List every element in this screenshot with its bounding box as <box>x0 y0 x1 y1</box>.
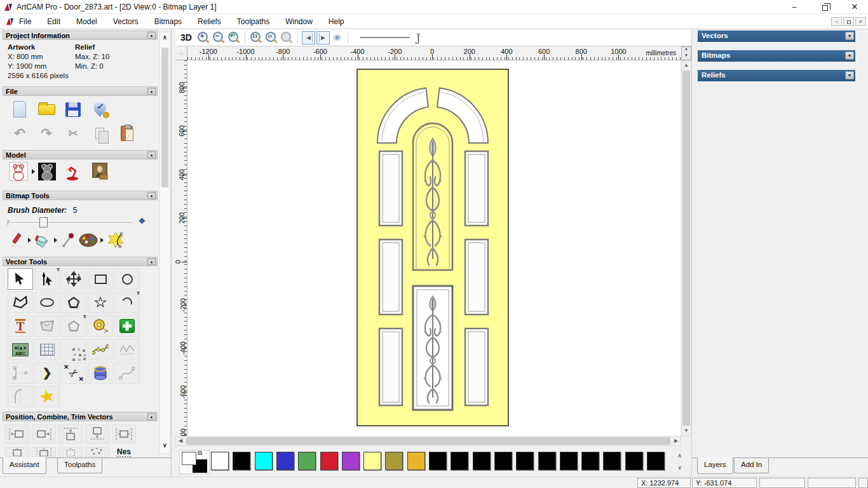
menu-reliefs[interactable]: Reliefs <box>196 16 222 27</box>
block-copy-rotate-tool[interactable] <box>85 447 109 457</box>
extrude-tool[interactable] <box>88 362 113 384</box>
canvas-horizontal-scrollbar[interactable]: ◀ ▶ <box>175 436 681 446</box>
previous-bitmap-layer-button[interactable]: ◄ <box>302 31 315 44</box>
palette-swatch-20[interactable] <box>647 452 665 470</box>
center-in-box-tool[interactable] <box>32 447 56 457</box>
flyout-arrow-icon[interactable] <box>28 238 31 243</box>
scrollbar-thumb[interactable] <box>161 48 168 187</box>
align-bottom-tool[interactable] <box>85 424 109 444</box>
create-arc-tool[interactable]: Ŧ <box>114 292 140 313</box>
transform-vectors-tool[interactable] <box>61 268 86 290</box>
palette-scroll-down[interactable]: ∨ <box>675 463 684 473</box>
palette-scroll-up[interactable]: ∧ <box>675 451 684 461</box>
create-star-tool[interactable] <box>88 292 113 313</box>
flyout-arrow-icon[interactable] <box>32 169 35 174</box>
menu-model[interactable]: Model <box>75 16 98 27</box>
tab-toolpaths[interactable]: Toolpaths <box>57 458 102 473</box>
bitmap-to-vector-button[interactable] <box>105 230 126 250</box>
restore-button[interactable] <box>815 2 834 12</box>
align-left-tool[interactable] <box>5 424 29 444</box>
palette-swatch-16[interactable] <box>560 452 578 470</box>
scrollbar-thumb[interactable] <box>682 71 690 426</box>
fit-spline-tool[interactable] <box>114 362 140 384</box>
flood-fill-button[interactable] <box>32 230 53 250</box>
tab-assistant[interactable]: Assistant <box>3 458 46 474</box>
create-circle-tool[interactable] <box>114 268 140 290</box>
ruler-units-dropdown[interactable]: ▼▼ <box>681 46 691 60</box>
cut-button[interactable]: ✂ <box>62 123 84 144</box>
menu-vectors[interactable]: Vectors <box>112 16 140 27</box>
palette-swatch-18[interactable] <box>603 452 621 470</box>
flyout-arrow-icon[interactable] <box>54 238 57 243</box>
select-vectors-tool[interactable] <box>8 268 33 290</box>
collapse-arrow-icon[interactable]: ▲ <box>147 151 156 158</box>
scroll-right-arrow[interactable]: ▶ <box>672 437 681 445</box>
palette-swatch-9[interactable] <box>407 452 425 470</box>
create-ellipse-tool[interactable] <box>34 292 60 313</box>
redo-button[interactable]: ↷ <box>36 123 57 144</box>
new-model-button[interactable] <box>9 99 31 119</box>
section-position-combine-trim[interactable]: Position, Combine, Trim Vectors ▲ <box>3 412 158 421</box>
paste-array-tool[interactable] <box>58 447 83 457</box>
palette-swatch-17[interactable] <box>581 452 599 470</box>
greyscale-from-model-button[interactable] <box>8 161 29 182</box>
menu-edit[interactable]: Edit <box>46 16 62 27</box>
text-block-tool[interactable]: ●I▲●ABC <box>8 339 33 360</box>
slider-thumb[interactable] <box>39 217 48 227</box>
toggle-bitmap-visibility-button[interactable] <box>330 30 344 44</box>
palette-swatch-6[interactable] <box>342 452 360 470</box>
assistant-scrollbar[interactable]: ∧ ∨ <box>159 32 170 454</box>
palette-swatch-7[interactable] <box>363 452 381 470</box>
section-project-information[interactable]: Project Information ▲ <box>3 30 158 40</box>
nesting-tool[interactable]: Nes <box>112 447 136 457</box>
palette-swatch-0[interactable] <box>211 452 229 470</box>
collapse-arrow-icon[interactable]: ▲ <box>147 32 156 39</box>
open-model-button[interactable] <box>36 99 57 119</box>
minimize-button[interactable]: – <box>785 2 804 12</box>
scroll-left-arrow[interactable]: ◀ <box>176 437 185 445</box>
preferences-button[interactable]: ✓ <box>89 99 111 119</box>
palette-swatch-8[interactable] <box>385 452 403 470</box>
fit-arcs-tool[interactable] <box>8 362 33 384</box>
palette-swatch-19[interactable] <box>625 452 643 470</box>
palette-swatch-10[interactable] <box>429 452 447 470</box>
dropdown-arrow-icon[interactable]: ▼ <box>845 51 854 60</box>
free-relief-tool[interactable] <box>114 339 140 360</box>
tab-layers[interactable]: Layers <box>697 458 733 474</box>
palette-swatch-1[interactable] <box>233 452 250 470</box>
scrollbar-thumb[interactable] <box>186 437 670 445</box>
distort-grid-tool[interactable] <box>34 339 60 360</box>
section-vector-tools[interactable]: Vector Tools ▲ <box>3 257 158 266</box>
zoom-objects-button[interactable] <box>280 30 294 44</box>
palette-swatch-11[interactable] <box>451 452 468 470</box>
measure-tool[interactable] <box>88 315 113 337</box>
zoom-in-button[interactable]: + <box>196 30 210 44</box>
child-minimize-button[interactable]: – <box>831 17 842 26</box>
child-restore-button[interactable] <box>843 17 854 26</box>
2d-view-canvas[interactable] <box>187 60 681 436</box>
block-paste-tool[interactable] <box>61 339 86 360</box>
create-text-tool[interactable]: T <box>8 315 33 337</box>
scroll-up-arrow[interactable]: ▲ <box>682 61 691 70</box>
menu-bitmaps[interactable]: Bitmaps <box>153 16 183 27</box>
scroll-up-icon[interactable]: ∧ <box>160 34 170 44</box>
envelope-distort-tool[interactable] <box>34 315 60 337</box>
close-button[interactable]: ✕ <box>845 2 864 12</box>
collapse-arrow-icon[interactable]: ▲ <box>147 88 156 95</box>
collapse-arrow-icon[interactable]: ▲ <box>147 258 156 265</box>
menu-file[interactable]: File <box>18 16 32 27</box>
section-reliefs[interactable]: Reliefs ▼ <box>698 70 855 81</box>
create-polyline-tool[interactable] <box>8 292 33 313</box>
palette-swatch-13[interactable] <box>494 452 512 470</box>
zoom-to-fit-button[interactable]: ▭ <box>264 30 278 44</box>
flyout-arrow-icon[interactable] <box>100 238 104 243</box>
align-top-tool[interactable] <box>58 424 83 444</box>
canvas-vertical-scrollbar[interactable]: ▲ ▼ <box>681 60 691 436</box>
link-colours-icon[interactable]: ⧉ <box>198 449 202 457</box>
palette-swatch-4[interactable] <box>298 452 316 470</box>
scroll-down-icon[interactable]: ∨ <box>160 442 170 452</box>
copy-button[interactable] <box>89 123 111 144</box>
offset-vectors-tool[interactable]: ❯ <box>34 362 60 384</box>
section-model[interactable]: Model ▲ <box>3 150 158 159</box>
section-bitmaps[interactable]: Bitmaps ▼ <box>698 50 855 62</box>
